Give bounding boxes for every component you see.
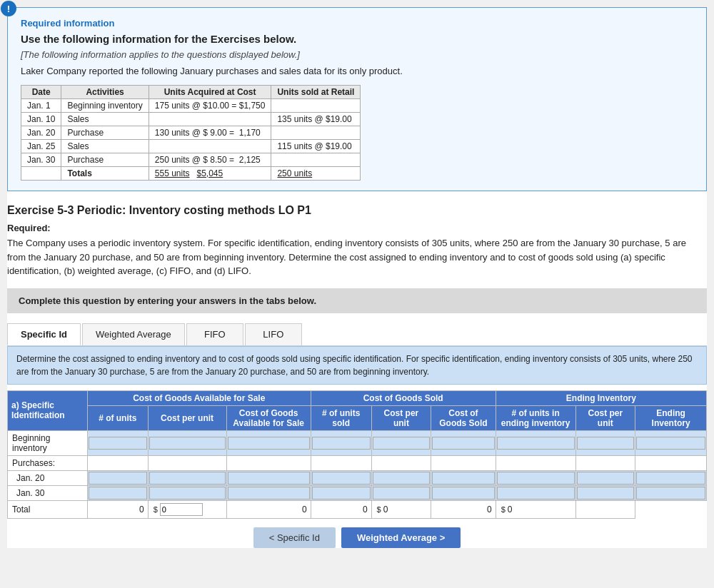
main-container: ! Required information Use the following…	[7, 7, 707, 548]
col-cost-per-unit3: Cost per unit	[575, 405, 635, 430]
jan30-units[interactable]	[89, 487, 147, 500]
group3-header: Ending Inventory	[496, 390, 706, 405]
jan20-cost-per2[interactable]	[373, 472, 431, 485]
table-row: Jan. 10 Sales 135 units @ $19.00	[21, 113, 361, 126]
total-cost-avail[interactable]	[160, 503, 203, 516]
col-date: Date	[21, 86, 61, 99]
exercise-description: The Company uses a periodic inventory sy…	[7, 236, 707, 278]
tab-weighted-average[interactable]: Weighted Average	[82, 323, 185, 345]
info-title: Use the following information for the Ex…	[21, 33, 693, 45]
jan30-cogs[interactable]	[432, 487, 494, 500]
col-cost-per-unit: Cost per unit	[148, 405, 226, 430]
table-row-totals: Totals 555 units $5,045 250 units	[21, 167, 361, 181]
table-row: Jan. 1 Beginning inventory 175 units @ $…	[21, 99, 361, 113]
next-button[interactable]: Weighted Average >	[341, 527, 461, 548]
info-icon: !	[1, 1, 16, 16]
beg-inv-cost-per2[interactable]	[373, 437, 431, 450]
tab-specific-id[interactable]: Specific Id	[7, 323, 81, 345]
jan20-cost-per[interactable]	[149, 472, 226, 485]
table-row: Jan. 30 Purchase 250 units @ $ 8.50 = 2,…	[21, 153, 361, 167]
col-units-sold: # of units sold	[311, 405, 371, 430]
table-row: Jan. 25 Sales 115 units @ $19.00	[21, 140, 361, 153]
jan30-units-sold[interactable]	[312, 487, 371, 500]
col-units-ending: # of units in ending inventory	[496, 405, 575, 430]
jan30-cost-per[interactable]	[149, 487, 226, 500]
required-info-label: Required information	[21, 18, 693, 29]
jan30-cost-per3[interactable]	[577, 487, 635, 500]
tab-lifo[interactable]: LIFO	[245, 323, 302, 345]
jan20-units-sold[interactable]	[312, 472, 371, 485]
jan20-units[interactable]	[89, 472, 147, 485]
tab-fifo[interactable]: FIFO	[186, 323, 243, 345]
jan20-cost-per3[interactable]	[577, 472, 635, 485]
exercise-title: Exercise 5-3 Periodic: Inventory costing…	[7, 204, 707, 217]
beg-inv-units[interactable]	[89, 437, 147, 450]
beg-inv-units-end[interactable]	[497, 437, 575, 450]
jan20-units-end[interactable]	[497, 472, 575, 485]
beg-inv-units-sold[interactable]	[312, 437, 371, 450]
row-beginning-inventory: Beginning inventory	[8, 430, 707, 455]
row-purchases-label: Purchases:	[8, 455, 707, 470]
col-cost-available: Cost of Goods Available for Sale	[226, 405, 311, 430]
col-units-retail: Units sold at Retail	[271, 86, 361, 99]
info-data-table: Date Activities Units Acquired at Cost U…	[21, 85, 361, 181]
col-units: # of units	[87, 405, 148, 430]
group2-header: Cost of Goods Sold	[311, 390, 496, 405]
beg-inv-cost-per3[interactable]	[577, 437, 635, 450]
beg-inv-cost-avail[interactable]	[228, 437, 310, 450]
jan30-units-end[interactable]	[497, 487, 575, 500]
info-desc: Laker Company reported the following Jan…	[21, 66, 693, 76]
beg-inv-cost-per[interactable]	[149, 437, 226, 450]
jan30-end-inv[interactable]	[636, 487, 705, 500]
jan30-cost-per2[interactable]	[373, 487, 431, 500]
section-label-header: a) Specific Identification	[8, 390, 88, 430]
row-jan20: Jan. 20	[8, 470, 707, 485]
required-label: Required:	[7, 223, 707, 233]
jan30-cost-avail[interactable]	[228, 487, 310, 500]
row-total: Total 0 $ 0 0 $ 0 0	[8, 500, 707, 518]
col-cost-per-unit2: Cost per unit	[371, 405, 431, 430]
row-jan30: Jan. 30	[8, 485, 707, 500]
beg-inv-end-inv[interactable]	[636, 437, 705, 450]
jan20-cogs[interactable]	[432, 472, 494, 485]
info-box: ! Required information Use the following…	[7, 7, 707, 191]
col-cost-goods-sold: Cost of Goods Sold	[431, 405, 496, 430]
jan20-cost-avail[interactable]	[228, 472, 310, 485]
main-table: a) Specific Identification Cost of Goods…	[7, 390, 707, 519]
col-ending-inventory: Ending Inventory	[635, 405, 707, 430]
jan20-end-inv[interactable]	[636, 472, 705, 485]
group1-header: Cost of Goods Available for Sale	[87, 390, 311, 405]
info-subtitle: [The following information applies to th…	[21, 49, 693, 60]
beg-inv-cogs[interactable]	[432, 437, 494, 450]
table-row: Jan. 20 Purchase 130 units @ $ 9.00 = 1,…	[21, 126, 361, 140]
complete-box: Complete this question by entering your …	[7, 288, 707, 313]
col-units-cost: Units Acquired at Cost	[149, 86, 271, 99]
col-activities: Activities	[61, 86, 149, 99]
prev-button[interactable]: < Specific Id	[253, 527, 336, 548]
bottom-nav: < Specific Id Weighted Average >	[7, 527, 707, 548]
tabs-container: Specific Id Weighted Average FIFO LIFO	[7, 323, 707, 346]
tab-info-banner: Determine the cost assigned to ending in…	[7, 346, 707, 385]
